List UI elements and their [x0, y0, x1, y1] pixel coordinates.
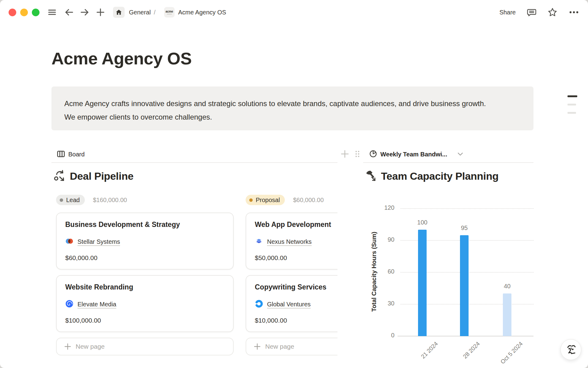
deal-pipeline-icon — [53, 169, 66, 183]
app-window: General / acme Acme Agency OS Share — [0, 0, 588, 368]
deal-amount: $100,000.00 — [65, 317, 224, 324]
status-dot — [60, 198, 63, 202]
breadcrumb-page[interactable]: Acme Agency OS — [178, 9, 226, 16]
deal-amount: $60,000.00 — [65, 254, 224, 262]
minimize-window-button[interactable] — [20, 9, 28, 16]
deal-amount: $50,000.00 — [255, 254, 337, 262]
add-view-icon[interactable] — [341, 150, 349, 159]
stellar-systems-icon — [65, 237, 74, 247]
column-sum-lead: $160,000.00 — [93, 197, 127, 204]
capacity-title: Team Capacity Planning — [381, 170, 499, 182]
deal-card[interactable]: Website Rebranding Elevate Media $100,00… — [56, 275, 234, 332]
x-tick-label: 28 2024 — [462, 340, 481, 360]
deal-amount: $10,000.00 — [255, 317, 337, 324]
face-logo-icon — [564, 343, 578, 356]
hamburger-menu-icon[interactable] — [47, 8, 57, 17]
company-link[interactable]: Global Ventures — [267, 301, 311, 308]
deal-card[interactable]: Web App Development Nexus Networks $50,0… — [246, 213, 337, 270]
column-header-lead: Lead $160,000.00 — [56, 195, 127, 205]
plus-icon — [254, 343, 261, 350]
outline-indicator[interactable] — [567, 95, 578, 114]
window-controls — [9, 9, 40, 16]
star-icon[interactable] — [548, 7, 557, 17]
workspace-icon[interactable]: acme — [164, 7, 175, 17]
bar-value-label: 40 — [504, 283, 511, 290]
chart-view-tabs: Weekly Team Bandwi... — [363, 147, 533, 163]
weekly-tab-label: Weekly Team Bandwi... — [380, 151, 447, 158]
deal-card[interactable]: Copywriting Services Global Ventures $10… — [246, 275, 337, 332]
company-link[interactable]: Stellar Systems — [77, 238, 120, 245]
bar-week3 — [503, 293, 511, 336]
board-view-tabs: Board — [51, 147, 337, 163]
chevron-down-icon[interactable] — [457, 152, 463, 157]
callout-block: Acme Agency crafts innovative designs an… — [51, 86, 533, 130]
bar-chart-plot: 100 95 40 — [363, 209, 533, 336]
callout-text: Acme Agency crafts innovative designs an… — [64, 97, 493, 124]
drag-handle-icon[interactable] — [355, 150, 360, 159]
new-tab-plus-icon[interactable] — [96, 8, 105, 17]
deal-card[interactable]: Business Development & Strategy Stellar … — [56, 213, 234, 270]
capacity-hammer-icon — [364, 169, 377, 183]
board-view-icon — [57, 150, 65, 159]
kanban-column-proposal: Web App Development Nexus Networks $50,0… — [246, 213, 337, 355]
bar-week2 — [460, 235, 469, 336]
share-button[interactable]: Share — [499, 9, 516, 16]
maximize-window-button[interactable] — [32, 9, 40, 16]
status-pill-lead[interactable]: Lead — [56, 195, 85, 205]
status-pill-proposal[interactable]: Proposal — [246, 195, 285, 205]
column-header-proposal: Proposal $60,000.00 — [246, 195, 324, 205]
chart-view-icon — [369, 150, 377, 159]
new-page-button[interactable]: New page — [56, 338, 234, 355]
status-dot — [249, 198, 253, 202]
comment-icon[interactable] — [527, 7, 537, 17]
forward-arrow-icon[interactable] — [80, 8, 89, 17]
close-window-button[interactable] — [9, 9, 16, 16]
board-section: Board Deal Pipeline Lead $160,000.00 — [51, 147, 337, 368]
breadcrumb-separator: / — [154, 9, 156, 16]
deal-pipeline-heading: Deal Pipeline — [53, 169, 134, 183]
deal-pipeline-title: Deal Pipeline — [70, 170, 134, 182]
column-sum-proposal: $60,000.00 — [293, 197, 324, 204]
x-tick-label: 21 2024 — [420, 340, 439, 360]
tab-board-view[interactable]: Board — [57, 150, 85, 159]
board-tab-label: Board — [68, 151, 85, 158]
breadcrumb-root[interactable]: General — [129, 9, 151, 16]
company-link[interactable]: Nexus Networks — [267, 238, 312, 245]
capacity-heading: Team Capacity Planning — [364, 169, 499, 183]
kanban-column-lead: Business Development & Strategy Stellar … — [56, 213, 234, 355]
new-page-button[interactable]: New page — [246, 338, 337, 355]
x-tick-label: Oct 5 2024 — [499, 340, 524, 365]
back-arrow-icon[interactable] — [65, 8, 74, 17]
plus-icon — [64, 343, 71, 350]
tab-weekly-bandwidth[interactable]: Weekly Team Bandwi... — [369, 150, 463, 159]
chart-section: Weekly Team Bandwi... Team Capacity Plan… — [363, 147, 533, 368]
notion-faces-button[interactable] — [560, 339, 581, 360]
home-icon[interactable] — [113, 7, 125, 18]
global-ventures-icon — [255, 300, 263, 309]
bar-value-label: 95 — [461, 224, 468, 232]
bar-week1 — [418, 230, 427, 336]
company-link[interactable]: Elevate Media — [77, 301, 116, 308]
more-options-icon[interactable] — [568, 7, 579, 17]
page-title: Acme Agency OS — [51, 48, 192, 68]
bar-value-label: 100 — [417, 219, 427, 226]
nexus-networks-icon — [255, 237, 263, 247]
title-bar: General / acme Acme Agency OS Share — [0, 0, 588, 25]
elevate-media-icon — [65, 300, 74, 309]
